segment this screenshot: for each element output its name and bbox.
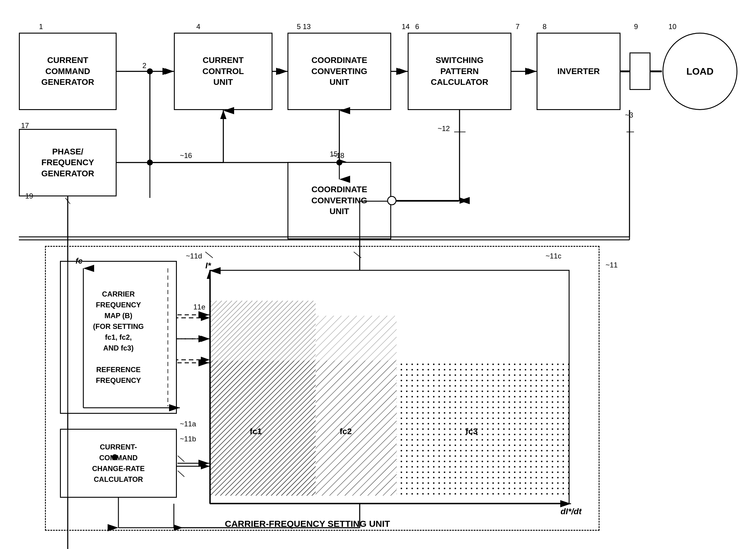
load-label: LOAD (686, 66, 714, 77)
carrier-frequency-map-block: CARRIERFREQUENCYMAP (B)(FOR SETTINGfc1, … (60, 261, 177, 414)
label-7: 7 (516, 22, 519, 31)
carrier-frequency-map-label: CARRIERFREQUENCYMAP (B)(FOR SETTINGfc1, … (93, 289, 144, 386)
label-8: 8 (543, 22, 546, 31)
label-5: 5 (297, 22, 301, 31)
label-11c: ~11c (546, 252, 561, 260)
junction-dot-phase (147, 160, 153, 166)
current-command-change-rate-calculator-block: CURRENT-COMMANDCHANGE-RATECALCULATOR (60, 429, 177, 498)
fc2-label: fc2 (340, 427, 352, 436)
label-16: ~16 (180, 151, 192, 160)
junction-dot-2 (147, 68, 153, 74)
fc-axis-label: fc (76, 256, 82, 266)
label-18: ~18 (332, 151, 344, 160)
current-command-generator-block: CURRENT COMMAND GENERATOR (19, 33, 117, 110)
load-block: LOAD (662, 33, 737, 110)
svg-rect-44 (211, 301, 316, 361)
svg-rect-41 (211, 361, 316, 496)
svg-rect-42 (316, 361, 397, 496)
label-19: ~19 (21, 192, 33, 200)
switching-pattern-calculator-block: SWITCHING PATTERN CALCULATOR (408, 33, 511, 110)
label-3: ~3 (625, 111, 633, 119)
label-6: 6 (415, 22, 419, 31)
carrier-frequency-chart: fc1 fc2 fc3 (210, 270, 570, 504)
svg-rect-43 (397, 361, 570, 496)
label-12: ~12 (438, 124, 450, 133)
current-control-unit-label: CURRENT CONTROL UNIT (202, 55, 244, 88)
label-1: 1 (39, 22, 43, 31)
current-command-change-rate-label: CURRENT-COMMANDCHANGE-RATECALCULATOR (92, 442, 145, 485)
coordinate-converting-unit-bottom-label: COORDINATE CONVERTING UNIT (311, 184, 368, 217)
fc1-label: fc1 (250, 427, 262, 436)
fc3-label: fc3 (466, 427, 478, 436)
coordinate-converting-unit-bottom-block: COORDINATE CONVERTING UNIT (287, 162, 391, 239)
junction-dot-18 (336, 160, 342, 166)
label-14: 14 (402, 22, 410, 31)
label-11a: ~11a (180, 420, 196, 428)
label-13: 13 (303, 22, 311, 31)
label-11b: ~11b (180, 435, 196, 443)
inverter-block: INVERTER (537, 33, 621, 110)
svg-line-71 (65, 198, 70, 204)
label-11d: ~11d (186, 252, 202, 260)
label-2: 2 (142, 61, 146, 70)
inverter-label: INVERTER (557, 66, 600, 77)
diagram: CURRENT COMMAND GENERATOR PHASE/ FREQUEN… (0, 0, 756, 549)
phase-frequency-generator-label: PHASE/ FREQUENCY GENERATOR (41, 146, 94, 179)
current-command-generator-label: CURRENT COMMAND GENERATOR (41, 55, 94, 88)
di-dt-axis-label: dI*/dt (561, 507, 582, 516)
carrier-frequency-setting-unit-label: CARRIER-FREQUENCY SETTING UNIT (225, 519, 390, 529)
switching-pattern-calculator-label: SWITCHING PATTERN CALCULATOR (431, 55, 488, 88)
label-11: ~11 (606, 261, 618, 269)
label-10: 10 (668, 22, 677, 31)
phase-frequency-generator-block: PHASE/ FREQUENCY GENERATOR (19, 129, 117, 196)
i-star-axis-label: I* (205, 261, 211, 270)
label-4: 4 (196, 22, 200, 31)
chart-svg (211, 271, 570, 505)
label-9: 9 (634, 22, 638, 31)
connector-box (630, 52, 650, 90)
junction-dot-feedback (112, 454, 118, 460)
current-control-unit-block: CURRENT CONTROL UNIT (174, 33, 272, 110)
label-11e: 11e (193, 303, 205, 311)
label-17: 17 (21, 121, 29, 130)
svg-rect-45 (316, 316, 397, 361)
coordinate-converting-unit-top-label: COORDINATE CONVERTING UNIT (311, 55, 368, 88)
coordinate-converting-unit-top-block: COORDINATE CONVERTING UNIT (287, 33, 391, 110)
